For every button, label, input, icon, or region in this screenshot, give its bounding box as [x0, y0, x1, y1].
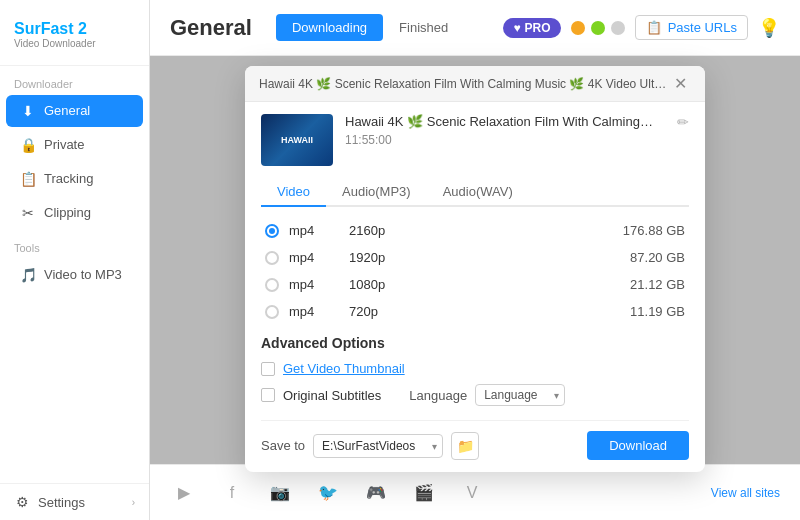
- folder-icon: 📁: [457, 438, 474, 454]
- radio-1080p[interactable]: [265, 278, 279, 292]
- quality-row-2160p[interactable]: mp4 2160p 176.88 GB: [261, 217, 689, 244]
- original-subtitles-label: Original Subtitles: [283, 388, 381, 403]
- main-area: General Downloading Finished ♥ PRO 📋 Pas…: [150, 0, 800, 520]
- lock-icon: 🔒: [20, 137, 36, 153]
- language-select-wrapper: Language English Spanish French: [475, 384, 565, 406]
- quality-size-1920p: 87.20 GB: [615, 250, 685, 265]
- quality-size-1080p: 21.12 GB: [615, 277, 685, 292]
- site-icon-dailymotion[interactable]: 🎬: [410, 479, 438, 507]
- sidebar-item-label-tracking: Tracking: [44, 171, 93, 186]
- paste-urls-button[interactable]: 📋 Paste URLs: [635, 15, 748, 40]
- thumb-text: HAWAII: [277, 131, 317, 150]
- modal-top-bar: Hawaii 4K 🌿 Scenic Relaxation Film With …: [245, 66, 705, 102]
- checkbox-subtitles[interactable]: [261, 388, 275, 402]
- close-button[interactable]: [611, 21, 625, 35]
- quality-format-720p: mp4: [289, 304, 339, 319]
- quality-format-1920p: mp4: [289, 250, 339, 265]
- quality-list: mp4 2160p 176.88 GB mp4 1920p 87.20 GB: [261, 217, 689, 325]
- quality-res-2160p: 2160p: [349, 223, 605, 238]
- save-path-select[interactable]: E:\SurFastVideos D:\Videos C:\Users\Vide…: [313, 434, 443, 458]
- site-icon-instagram[interactable]: 📷: [266, 479, 294, 507]
- quality-format-1080p: mp4: [289, 277, 339, 292]
- sidebar-item-label-private: Private: [44, 137, 84, 152]
- quality-res-720p: 720p: [349, 304, 605, 319]
- sidebar-item-video-to-mp3[interactable]: 🎵 Video to MP3: [6, 259, 143, 291]
- modal-backdrop: Hawaii 4K 🌿 Scenic Relaxation Film With …: [150, 56, 800, 464]
- sidebar-item-label-clipping: Clipping: [44, 205, 91, 220]
- advanced-option-thumbnail: Get Video Thumbnail: [261, 361, 689, 376]
- download-button[interactable]: Download: [587, 431, 689, 460]
- sidebar-section-tools: Tools: [0, 230, 149, 258]
- modal-close-button[interactable]: ✕: [670, 74, 691, 93]
- sidebar-bottom: ⚙ Settings ›: [0, 483, 149, 520]
- minimize-button[interactable]: [571, 21, 585, 35]
- maximize-button[interactable]: [591, 21, 605, 35]
- pro-badge: ♥ PRO: [503, 18, 560, 38]
- checkbox-thumbnail[interactable]: [261, 362, 275, 376]
- tracking-icon: 📋: [20, 171, 36, 187]
- sidebar-item-clipping[interactable]: ✂ Clipping: [6, 197, 143, 229]
- site-icon-vimeo[interactable]: V: [458, 479, 486, 507]
- header: General Downloading Finished ♥ PRO 📋 Pas…: [150, 0, 800, 56]
- sidebar-item-label-general: General: [44, 103, 90, 118]
- settings-label: Settings: [38, 495, 85, 510]
- quality-row-1080p[interactable]: mp4 1080p 21.12 GB: [261, 271, 689, 298]
- download-icon: ⬇: [20, 103, 36, 119]
- sidebar-item-general[interactable]: ⬇ General: [6, 95, 143, 127]
- site-icon-twitch[interactable]: 🎮: [362, 479, 390, 507]
- advanced-option-subtitles: Original Subtitles Language Language Eng…: [261, 384, 689, 406]
- video-duration: 11:55:00: [345, 133, 665, 147]
- get-thumbnail-label[interactable]: Get Video Thumbnail: [283, 361, 405, 376]
- tab-video[interactable]: Video: [261, 178, 326, 207]
- music-icon: 🎵: [20, 267, 36, 283]
- sidebar-item-tracking[interactable]: 📋 Tracking: [6, 163, 143, 195]
- site-icon-facebook[interactable]: f: [218, 479, 246, 507]
- site-icon-twitter[interactable]: 🐦: [314, 479, 342, 507]
- light-icon: 💡: [758, 17, 780, 39]
- tab-audio-mp3[interactable]: Audio(MP3): [326, 178, 427, 207]
- clipping-icon: ✂: [20, 205, 36, 221]
- language-label: Language: [409, 388, 467, 403]
- tab-finished[interactable]: Finished: [383, 14, 464, 41]
- header-tabs: Downloading Finished: [276, 14, 464, 41]
- settings-icon: ⚙: [14, 494, 30, 510]
- folder-browse-button[interactable]: 📁: [451, 432, 479, 460]
- app-logo: SurFast 2 Video Downloader: [0, 10, 149, 66]
- video-title: Hawaii 4K 🌿 Scenic Relaxation Film With …: [345, 114, 655, 129]
- sidebar-item-label-video-to-mp3: Video to MP3: [44, 267, 122, 282]
- site-icon-youtube[interactable]: ▶: [170, 479, 198, 507]
- sidebar-item-private[interactable]: 🔒 Private: [6, 129, 143, 161]
- save-row: Save to E:\SurFastVideos D:\Videos C:\Us…: [261, 420, 689, 460]
- language-select[interactable]: Language English Spanish French: [475, 384, 565, 406]
- save-to-label: Save to: [261, 438, 305, 453]
- tab-downloading[interactable]: Downloading: [276, 14, 383, 41]
- paste-icon: 📋: [646, 20, 662, 35]
- radio-1920p[interactable]: [265, 251, 279, 265]
- window-controls: [571, 21, 625, 35]
- sidebar: SurFast 2 Video Downloader Downloader ⬇ …: [0, 0, 150, 520]
- chevron-right-icon: ›: [132, 497, 135, 508]
- edit-icon[interactable]: ✏: [677, 114, 689, 130]
- settings-item[interactable]: ⚙ Settings ›: [0, 484, 149, 520]
- view-all-sites-link[interactable]: View all sites: [711, 486, 780, 500]
- pro-heart-icon: ♥: [513, 21, 520, 35]
- content-area: Hawaii 4K 🌿 Scenic Relaxation Film With …: [150, 56, 800, 464]
- video-info-row: HAWAII Hawaii 4K 🌿 Scenic Relaxation Fil…: [261, 114, 689, 166]
- radio-2160p[interactable]: [265, 224, 279, 238]
- video-info-text: Hawaii 4K 🌿 Scenic Relaxation Film With …: [345, 114, 665, 147]
- page-title: General: [170, 15, 252, 41]
- save-path-wrapper: E:\SurFastVideos D:\Videos C:\Users\Vide…: [313, 434, 443, 458]
- bottom-bar: ▶ f 📷 🐦 🎮 🎬 V View all sites: [150, 464, 800, 520]
- modal-body: HAWAII Hawaii 4K 🌿 Scenic Relaxation Fil…: [245, 102, 705, 472]
- quality-row-720p[interactable]: mp4 720p 11.19 GB: [261, 298, 689, 325]
- radio-720p[interactable]: [265, 305, 279, 319]
- sidebar-section-downloader: Downloader: [0, 66, 149, 94]
- quality-size-720p: 11.19 GB: [615, 304, 685, 319]
- download-modal: Hawaii 4K 🌿 Scenic Relaxation Film With …: [245, 66, 705, 472]
- quality-row-1920p[interactable]: mp4 1920p 87.20 GB: [261, 244, 689, 271]
- app-name: SurFast 2: [14, 20, 135, 38]
- quality-res-1920p: 1920p: [349, 250, 605, 265]
- app-sub: Video Downloader: [14, 38, 135, 49]
- format-tabs: Video Audio(MP3) Audio(WAV): [261, 178, 689, 207]
- tab-audio-wav[interactable]: Audio(WAV): [427, 178, 529, 207]
